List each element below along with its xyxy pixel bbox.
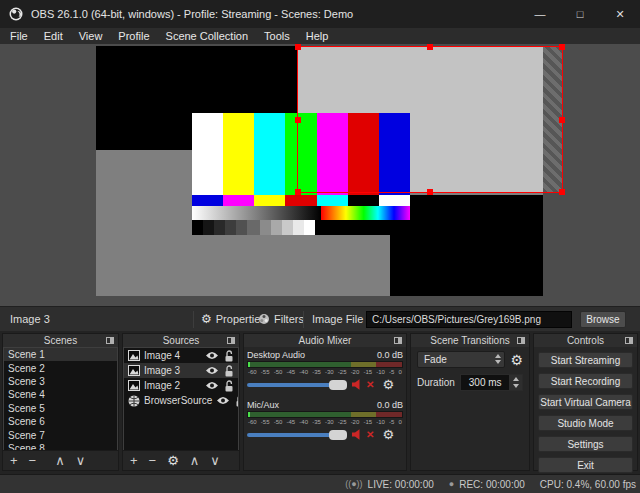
source-list-item[interactable]: Image 3 <box>124 363 238 378</box>
audio-mixer-panel-header[interactable]: Audio Mixer <box>244 334 406 347</box>
preview-area[interactable] <box>0 44 640 306</box>
duration-spinbox[interactable]: 300 ms <box>460 374 523 391</box>
unlock-icon[interactable] <box>224 350 234 362</box>
menu-view[interactable]: View <box>71 28 111 44</box>
move-scene-down-button[interactable]: ∨ <box>76 454 86 467</box>
scene-list-item[interactable]: Scene 3 <box>4 375 117 388</box>
maximize-button[interactable]: □ <box>560 0 600 28</box>
visibility-eye-icon[interactable] <box>205 381 219 390</box>
move-scene-up-button[interactable]: ∧ <box>55 454 65 467</box>
menu-scene-collection[interactable]: Scene Collection <box>158 28 257 44</box>
scene-list-item[interactable]: Scene 8 <box>4 442 117 450</box>
source-name: Image 4 <box>144 350 180 361</box>
transition-gear-icon[interactable]: ⚙ <box>510 353 523 367</box>
volume-slider[interactable] <box>247 383 347 387</box>
visibility-eye-icon[interactable] <box>216 396 230 405</box>
menu-profile[interactable]: Profile <box>110 28 157 44</box>
remove-source-button[interactable]: − <box>149 454 157 467</box>
mute-speaker-icon[interactable] <box>352 379 364 390</box>
start-virtual-camera-button[interactable]: Start Virtual Camera <box>538 394 633 410</box>
move-source-up-button[interactable]: ∧ <box>190 454 200 467</box>
audio-mixer-panel: Audio Mixer Desktop Audio 0.0 dB -60-55-… <box>243 333 407 471</box>
scenes-list[interactable]: Scene 1 Scene 2 Scene 3 Scene 4 Scene 5 … <box>3 347 118 450</box>
remove-scene-button[interactable]: − <box>29 454 37 467</box>
scene-list-item[interactable]: Scene 5 <box>4 402 117 415</box>
unlock-icon[interactable] <box>224 380 234 392</box>
close-button[interactable]: ✕ <box>600 0 640 28</box>
volume-slider-handle[interactable] <box>329 430 347 440</box>
settings-button[interactable]: Settings <box>538 436 633 452</box>
volume-slider[interactable] <box>247 433 347 437</box>
source-toolbar: Image 3 ⚙ Properties Filters Image File … <box>0 306 640 331</box>
resize-handle-topmid[interactable] <box>427 44 433 50</box>
studio-mode-button[interactable]: Studio Mode <box>538 415 633 431</box>
exit-button[interactable]: Exit <box>538 457 633 473</box>
controls-panel: Controls Start Streaming Start Recording… <box>533 333 638 471</box>
controls-body: Start Streaming Start Recording Start Vi… <box>534 347 637 483</box>
unlock-icon[interactable] <box>224 365 234 377</box>
move-source-down-button[interactable]: ∨ <box>210 454 220 467</box>
controls-panel-header[interactable]: Controls <box>534 334 637 347</box>
toolbar-separator <box>303 311 304 328</box>
source-name: Image 3 <box>144 365 180 376</box>
source-properties-gear-button[interactable]: ⚙ <box>167 454 179 467</box>
selected-source-label: Image 3 <box>10 307 50 331</box>
resize-handle-midleft[interactable] <box>295 117 301 123</box>
volume-meter <box>247 361 403 368</box>
status-bar: ((●)) LIVE: 00:00:00 ● REC: 00:00:00 CPU… <box>0 474 640 493</box>
resize-handle-midright[interactable] <box>559 117 565 123</box>
resize-handle-bottomright[interactable] <box>559 189 565 195</box>
sources-panel: Sources Image 4 Image 3 <box>122 333 240 471</box>
scene-transitions-body: Fade ⚙ Duration 300 ms <box>411 347 529 470</box>
scenes-panel-header[interactable]: Scenes <box>3 334 118 347</box>
unlock-icon[interactable] <box>235 395 239 407</box>
spinner-arrows[interactable] <box>509 375 522 390</box>
scene-transitions-panel-header[interactable]: Scene Transitions <box>411 334 529 347</box>
testpattern-stepwedge <box>192 220 410 235</box>
add-source-button[interactable]: + <box>130 454 138 467</box>
add-scene-button[interactable]: + <box>10 454 18 467</box>
channel-name: Desktop Audio <box>247 350 305 360</box>
scene-list-item[interactable]: Scene 4 <box>4 388 117 401</box>
visibility-eye-icon[interactable] <box>205 366 219 375</box>
broadcast-icon: ((●)) <box>345 479 362 489</box>
mute-speaker-icon[interactable] <box>352 429 364 440</box>
start-streaming-button[interactable]: Start Streaming <box>538 352 633 368</box>
properties-button[interactable]: ⚙ Properties <box>201 307 266 331</box>
browse-button[interactable]: Browse <box>580 311 626 328</box>
menu-help[interactable]: Help <box>298 28 337 44</box>
menu-tools[interactable]: Tools <box>256 28 298 44</box>
channel-gear-icon[interactable]: ⚙ <box>382 428 394 441</box>
visibility-eye-icon[interactable] <box>205 351 219 360</box>
scene-list-item[interactable]: Scene 2 <box>4 361 117 374</box>
sources-panel-header[interactable]: Sources <box>123 334 239 347</box>
source-list-item[interactable]: Image 2 <box>124 378 238 393</box>
resize-handle-bottomleft[interactable] <box>295 189 301 195</box>
titlebar[interactable]: OBS 26.1.0 (64-bit, windows) - Profile: … <box>0 0 640 28</box>
source-list-item[interactable]: Image 4 <box>124 348 238 363</box>
menu-edit[interactable]: Edit <box>36 28 71 44</box>
transition-select[interactable]: Fade <box>417 351 505 368</box>
minimize-button[interactable]: — <box>520 0 560 28</box>
resize-handle-bottommid[interactable] <box>427 189 433 195</box>
meter-scale: -60-55-50-45-40-35-30-25-20-15-10-50 <box>247 368 403 376</box>
scene-list-item[interactable]: Scene 6 <box>4 415 117 428</box>
resize-handle-topleft[interactable] <box>295 44 301 50</box>
mixer-channel: Desktop Audio 0.0 dB -60-55-50-45-40-35-… <box>247 350 403 391</box>
source-list-item[interactable]: BrowserSource <box>124 393 238 408</box>
channel-gear-icon[interactable]: ⚙ <box>382 378 394 391</box>
selection-box[interactable] <box>297 46 563 193</box>
sources-list[interactable]: Image 4 Image 3 Image 2 <box>123 347 239 450</box>
start-recording-button[interactable]: Start Recording <box>538 373 633 389</box>
audio-mixer-body: Desktop Audio 0.0 dB -60-55-50-45-40-35-… <box>244 347 406 470</box>
menu-file[interactable]: File <box>2 28 36 44</box>
scenes-panel: Scenes Scene 1 Scene 2 Scene 3 Scene 4 S… <box>2 333 119 471</box>
resize-handle-topright[interactable] <box>559 44 565 50</box>
scene-list-item[interactable]: Scene 1 <box>4 348 117 361</box>
volume-slider-handle[interactable] <box>329 380 347 390</box>
scene-list-item[interactable]: Scene 7 <box>4 428 117 441</box>
filters-button[interactable]: Filters <box>258 307 304 331</box>
image-icon <box>128 350 140 361</box>
menubar: File Edit View Profile Scene Collection … <box>0 28 640 44</box>
image-file-path-input[interactable] <box>366 311 572 328</box>
